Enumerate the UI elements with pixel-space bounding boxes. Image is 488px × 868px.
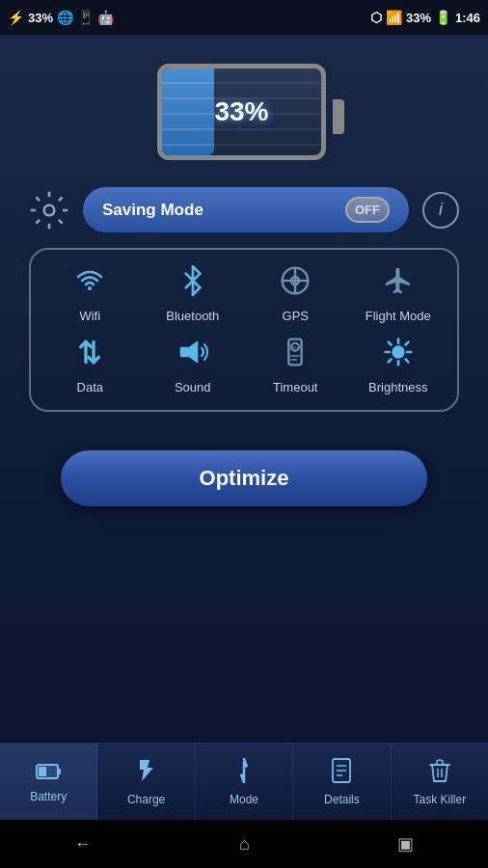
usb-icon: ⚡: [8, 10, 24, 25]
battery-tip: [333, 99, 344, 134]
time-display: 1:46: [455, 11, 480, 25]
data-icon: [74, 337, 105, 374]
nav-mode-label: Mode: [230, 793, 258, 806]
back-button[interactable]: ←: [74, 834, 92, 854]
info-letter: i: [439, 200, 443, 220]
nav-battery-label: Battery: [30, 790, 67, 803]
nav-task-killer[interactable]: Task Killer: [392, 744, 488, 820]
signal-icon: 📶: [386, 10, 402, 25]
svg-rect-8: [179, 347, 188, 358]
battery-body: 33%: [157, 64, 326, 160]
bluetooth-icon: [177, 265, 208, 303]
status-bar: ⚡ 33% 🌐 📱 🤖 ⬡ 📶 33% 🔋 1:46: [0, 0, 488, 35]
timeout-label: Timeout: [273, 380, 317, 394]
app-icon-3: 🤖: [97, 10, 114, 25]
nav-mode-icon: [233, 758, 255, 789]
brightness-label: Brightness: [368, 380, 427, 394]
nav-charge-label: Charge: [127, 793, 165, 806]
qs-flight-mode[interactable]: Flight Mode: [347, 265, 450, 323]
nav-battery-icon: [36, 761, 61, 786]
nav-details-label: Details: [324, 793, 360, 806]
svg-point-12: [392, 345, 404, 358]
svg-point-0: [44, 204, 55, 215]
flight-mode-label: Flight Mode: [366, 309, 431, 323]
qs-gps[interactable]: GPS: [244, 265, 347, 323]
system-navbar: ← ⌂ ▣: [0, 820, 488, 868]
qs-brightness[interactable]: Brightness: [347, 337, 450, 394]
recents-button[interactable]: ▣: [397, 833, 414, 854]
saving-mode-toggle[interactable]: OFF: [345, 197, 390, 223]
saving-mode-button[interactable]: Saving Mode OFF: [83, 187, 409, 232]
bluetooth-label: Bluetooth: [166, 309, 219, 323]
battery-status-icon: 🔋: [435, 10, 451, 25]
nav-mode[interactable]: Mode: [196, 744, 293, 820]
nav-charge-icon: [136, 758, 157, 789]
home-button[interactable]: ⌂: [239, 834, 250, 854]
sound-icon: [177, 337, 208, 374]
qs-wifi[interactable]: Wifi: [39, 265, 142, 323]
svg-rect-23: [39, 767, 46, 776]
nav-details[interactable]: Details: [293, 744, 391, 820]
svg-line-19: [388, 360, 391, 363]
timeout-icon: 30s: [280, 337, 311, 374]
qs-sound[interactable]: Sound: [142, 337, 245, 394]
battery-visual: 33%: [157, 64, 331, 170]
nav-battery[interactable]: Battery: [0, 744, 97, 820]
status-right: ⬡ 📶 33% 🔋 1:46: [370, 10, 480, 25]
svg-line-16: [405, 360, 408, 363]
data-label: Data: [77, 380, 103, 394]
qs-bluetooth[interactable]: Bluetooth: [142, 265, 245, 323]
nav-charge[interactable]: Charge: [97, 744, 195, 820]
optimize-button[interactable]: Optimize: [61, 450, 427, 506]
nav-task-killer-label: Task Killer: [413, 793, 466, 806]
qs-data[interactable]: Data: [39, 337, 142, 394]
quick-settings-grid: Wifi Bluetooth GPS: [29, 248, 459, 412]
settings-gear-icon[interactable]: [29, 190, 69, 231]
svg-rect-22: [58, 769, 61, 774]
saving-mode-row: Saving Mode OFF i: [29, 187, 459, 232]
gps-icon: [280, 265, 311, 303]
notification-count: 33%: [28, 11, 53, 25]
wifi-icon: [74, 265, 105, 303]
qs-timeout[interactable]: 30s Timeout: [244, 337, 347, 394]
saving-mode-label: Saving Mode: [102, 201, 334, 220]
info-icon[interactable]: i: [422, 192, 459, 229]
bottom-nav: Battery Charge Mode Details: [0, 743, 488, 820]
sound-label: Sound: [175, 380, 211, 394]
app-icon-1: 🌐: [57, 10, 73, 25]
app-icon-2: 📱: [77, 10, 94, 25]
brightness-icon: [383, 337, 414, 374]
nav-task-killer-icon: [429, 758, 450, 789]
wifi-label: Wifi: [79, 309, 100, 323]
flight-mode-icon: [383, 265, 414, 303]
main-content: 33% Saving Mode OFF i: [0, 35, 488, 526]
svg-text:30s: 30s: [291, 345, 300, 351]
nav-details-icon: [331, 758, 352, 789]
svg-line-15: [388, 342, 391, 345]
gps-label: GPS: [283, 309, 309, 323]
battery-percent-status: 33%: [406, 11, 431, 25]
bluetooth-status-icon: ⬡: [370, 10, 382, 25]
svg-point-1: [88, 286, 92, 290]
svg-line-20: [405, 342, 408, 345]
status-left: ⚡ 33% 🌐 📱 🤖: [8, 10, 114, 25]
battery-percent-label: 33%: [214, 96, 268, 127]
